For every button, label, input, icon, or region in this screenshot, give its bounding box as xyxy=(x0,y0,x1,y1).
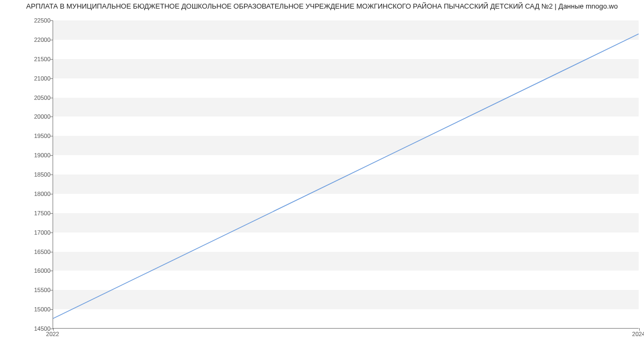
y-axis-tick-mark xyxy=(50,98,53,98)
y-axis-tick-mark xyxy=(50,290,53,290)
y-axis-tick-label: 20500 xyxy=(24,94,50,101)
x-axis-tick-label: 2024 xyxy=(632,331,644,337)
y-axis-tick-mark xyxy=(50,194,53,194)
y-axis-tick-mark xyxy=(50,271,53,271)
y-axis-tick-mark xyxy=(50,20,53,21)
y-axis-tick-label: 16500 xyxy=(24,249,50,255)
y-axis-tick-mark xyxy=(50,232,53,233)
y-axis-tick-label: 21000 xyxy=(24,75,50,82)
y-axis-tick-label: 21500 xyxy=(24,56,50,62)
y-axis-tick-label: 18000 xyxy=(24,191,50,197)
data-line xyxy=(53,34,639,318)
y-axis-tick-mark xyxy=(50,78,53,79)
y-axis-tick-mark xyxy=(50,59,53,60)
y-axis-tick-label: 22500 xyxy=(24,17,50,24)
y-axis-tick-label: 19000 xyxy=(24,152,50,158)
y-axis-tick-mark xyxy=(50,309,53,310)
y-axis-tick-label: 18500 xyxy=(24,171,50,178)
y-axis-tick-mark xyxy=(50,155,53,156)
plot-area xyxy=(53,20,639,329)
y-axis-tick-label: 20000 xyxy=(24,113,50,120)
y-axis-tick-mark xyxy=(50,136,53,136)
y-axis-tick-label: 17000 xyxy=(24,229,50,236)
y-axis-tick-label: 19500 xyxy=(24,133,50,139)
chart-container: АРПЛАТА В МУНИЦИПАЛЬНОЕ БЮДЖЕТНОЕ ДОШКОЛ… xyxy=(0,0,644,349)
y-axis-tick-label: 15500 xyxy=(24,287,50,293)
y-axis-tick-mark xyxy=(50,252,53,252)
x-axis-tick-label: 2022 xyxy=(46,331,59,337)
y-axis-tick-label: 22000 xyxy=(24,37,50,43)
y-axis-tick-label: 17500 xyxy=(24,210,50,216)
y-axis-tick-label: 16000 xyxy=(24,267,50,274)
line-series xyxy=(53,20,639,328)
y-axis-tick-label: 15000 xyxy=(24,306,50,312)
y-axis-tick-mark xyxy=(50,117,53,117)
chart-title: АРПЛАТА В МУНИЦИПАЛЬНОЕ БЮДЖЕТНОЕ ДОШКОЛ… xyxy=(0,2,644,10)
y-axis-tick-mark xyxy=(50,40,53,40)
y-axis-tick-mark xyxy=(50,174,53,175)
y-axis-tick-mark xyxy=(50,213,53,214)
